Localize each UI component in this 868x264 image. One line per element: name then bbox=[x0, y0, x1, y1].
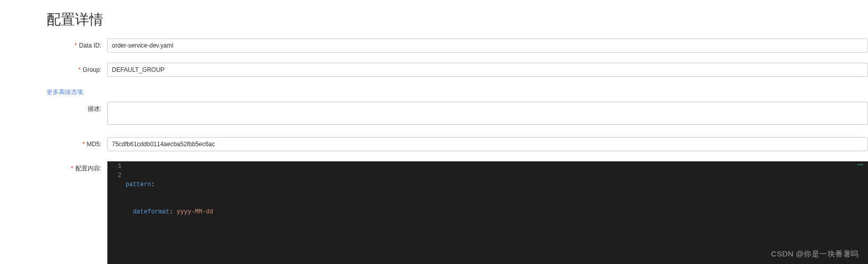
code-line: dateformat: yyyy-MM-dd bbox=[126, 207, 868, 216]
group-input[interactable] bbox=[107, 63, 868, 77]
description-field-wrapper bbox=[107, 102, 868, 127]
md5-input[interactable] bbox=[107, 137, 868, 151]
required-asterisk: * bbox=[71, 165, 73, 172]
main-panel: 配置详情 *Data ID: *Group: 更多高级选项 描述: *MD5: bbox=[36, 0, 868, 264]
required-asterisk: * bbox=[74, 42, 77, 49]
minimap-icon bbox=[857, 163, 864, 170]
content-label: *配置内容: bbox=[47, 161, 107, 175]
md5-field-wrapper bbox=[107, 137, 868, 151]
description-input[interactable] bbox=[107, 102, 868, 125]
line-number: 1 bbox=[107, 162, 122, 171]
line-number: 2 bbox=[107, 171, 122, 180]
svg-rect-0 bbox=[857, 164, 863, 165]
md5-label: *MD5: bbox=[47, 137, 107, 151]
form-row-content: *配置内容: 1 2 pattern: dateformat: yyyy-MM-… bbox=[47, 161, 868, 264]
sidebar-spacer bbox=[0, 0, 36, 264]
page-title: 配置详情 bbox=[47, 0, 868, 38]
code-content: pattern: dateformat: yyyy-MM-dd bbox=[126, 161, 868, 264]
group-field-wrapper bbox=[107, 63, 868, 77]
form-row-group: *Group: bbox=[47, 63, 868, 77]
advanced-options-link[interactable]: 更多高级选项 bbox=[47, 88, 83, 97]
data-id-input[interactable] bbox=[107, 38, 868, 53]
form-row-data-id: *Data ID: bbox=[47, 38, 868, 53]
required-asterisk: * bbox=[78, 66, 81, 73]
code-editor[interactable]: 1 2 pattern: dateformat: yyyy-MM-dd bbox=[107, 161, 868, 264]
required-asterisk: * bbox=[83, 141, 85, 148]
code-gutter: 1 2 bbox=[107, 161, 126, 264]
code-line: pattern: bbox=[126, 180, 868, 189]
form-row-md5: *MD5: bbox=[47, 137, 868, 151]
description-label: 描述: bbox=[47, 102, 107, 116]
data-id-label: *Data ID: bbox=[47, 38, 107, 53]
group-label: *Group: bbox=[47, 63, 107, 77]
data-id-field-wrapper bbox=[107, 38, 868, 53]
form-row-description: 描述: bbox=[47, 102, 868, 127]
content-field-wrapper: 1 2 pattern: dateformat: yyyy-MM-dd bbox=[107, 161, 868, 264]
